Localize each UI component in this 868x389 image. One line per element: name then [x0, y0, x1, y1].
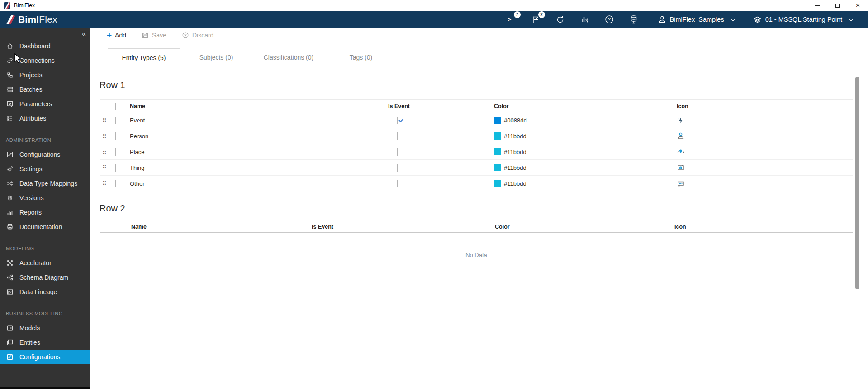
nodes-icon [6, 259, 14, 267]
help-icon[interactable]: ? [604, 14, 615, 25]
column-header-is-event: Is Event [388, 103, 485, 109]
sidebar-item-schema-diagram[interactable]: Schema Diagram [0, 270, 90, 285]
color-swatch[interactable] [494, 148, 501, 155]
sidebar-item-projects[interactable]: Projects [0, 68, 90, 82]
sidebar-item-models[interactable]: Models [0, 321, 90, 335]
column-header-icon: Icon [674, 224, 853, 230]
sidebar-item-label: Batches [19, 86, 43, 93]
main-content: + Add Save Discard Entity Types (5) Subj… [90, 28, 868, 389]
entity-types-table-row2: Name Is Event Color Icon No Data [100, 221, 853, 258]
sidebar-item-parameters[interactable]: Parameters [0, 97, 90, 111]
brand-bold: Biml [18, 14, 39, 24]
drag-handle[interactable]: ⠿ [100, 117, 115, 124]
refresh-icon[interactable] [555, 14, 566, 25]
gears-icon [6, 165, 14, 173]
save-button[interactable]: Save [142, 32, 166, 39]
sidebar: « Dashboard Connections Projects Batches… [0, 28, 90, 389]
sidebar-item-settings[interactable]: Settings [0, 162, 90, 176]
sidebar-item-reports[interactable]: Reports [0, 205, 90, 220]
person-icon [658, 15, 666, 23]
color-swatch[interactable] [494, 180, 501, 187]
sidebar-item-batches[interactable]: Batches [0, 82, 90, 97]
svg-text:?: ? [608, 17, 611, 22]
row-checkbox[interactable] [115, 148, 116, 156]
flag-icon[interactable]: 2 [531, 14, 541, 25]
color-hex: #0088dd [504, 117, 527, 124]
sidebar-item-documentation[interactable]: Documentation [0, 220, 90, 234]
color-swatch[interactable] [494, 117, 501, 124]
sidebar-item-entities[interactable]: Entities [0, 335, 90, 350]
sidebar-item-label: Models [19, 324, 40, 332]
row-checkbox[interactable] [115, 117, 116, 124]
sidebar-item-data-lineage[interactable]: Data Lineage [0, 285, 90, 299]
close-button[interactable]: ✕ [848, 0, 868, 11]
row-checkbox[interactable] [115, 132, 116, 140]
sidebar-item-label: Data Lineage [19, 288, 57, 295]
cell-name: Place [130, 149, 388, 155]
drag-handle[interactable]: ⠿ [100, 133, 115, 140]
insights-icon[interactable] [579, 14, 590, 25]
sidebar-item-data-type-mappings[interactable]: Data Type Mappings [0, 176, 90, 191]
section-title-row1: Row 1 [100, 80, 868, 90]
color-swatch[interactable] [494, 164, 501, 171]
sidebar-section-administration: ADMINISTRATION [0, 133, 90, 147]
vertical-scrollbar[interactable] [855, 77, 859, 289]
configuration-icon [6, 150, 14, 159]
toolbar: + Add Save Discard [90, 28, 868, 42]
is-event-checkbox[interactable] [397, 164, 398, 172]
add-button[interactable]: + Add [107, 31, 126, 39]
panel-icon [6, 324, 14, 332]
discard-icon [182, 32, 189, 39]
sidebar-item-label: Data Type Mappings [19, 180, 77, 187]
tab-entity-types[interactable]: Entity Types (5) [108, 48, 180, 67]
sidebar-item-label: Projects [19, 71, 43, 79]
column-header-color: Color [485, 103, 677, 109]
tab-classifications[interactable]: Classifications (0) [252, 48, 325, 66]
sidebar-item-attributes[interactable]: Attributes [0, 111, 90, 126]
section-title-row2: Row 2 [100, 203, 868, 214]
sidebar-item-configurations-business[interactable]: Configurations [0, 350, 90, 364]
environment-dropdown[interactable]: 01 - MSSQL Starting Point [753, 15, 852, 24]
sidebar-item-dashboard[interactable]: Dashboard [0, 39, 90, 53]
tab-strip: Entity Types (5) Subjects (0) Classifica… [90, 48, 868, 66]
sidebar-item-accelerator[interactable]: Accelerator [0, 256, 90, 270]
database-icon[interactable] [628, 14, 639, 25]
sidebar-item-connections[interactable]: Connections [0, 53, 90, 68]
sidebar-item-label: Schema Diagram [19, 274, 68, 281]
is-event-checkbox[interactable] [397, 148, 398, 156]
sidebar-item-configurations-admin[interactable]: Configurations [0, 147, 90, 162]
drag-handle[interactable]: ⠿ [100, 164, 115, 171]
save-label: Save [152, 32, 166, 39]
tab-subjects[interactable]: Subjects (0) [180, 48, 252, 66]
drag-handle[interactable]: ⠿ [100, 149, 115, 155]
brand-logo: BimlFlex [5, 14, 57, 25]
color-swatch[interactable] [494, 132, 501, 140]
account-dropdown[interactable]: BimlFlex_Samples [658, 15, 734, 23]
chat-icon [677, 180, 853, 188]
sidebar-item-label: Parameters [19, 100, 52, 108]
drag-handle[interactable]: ⠿ [100, 180, 115, 187]
layers-icon [753, 15, 762, 24]
table-row-place: ⠿ Place #11bbdd [100, 144, 853, 160]
sidebar-collapse-button[interactable]: « [82, 30, 86, 38]
sidebar-item-versions[interactable]: Versions [0, 191, 90, 205]
table-row-person: ⠿ Person #11bbdd [100, 128, 853, 144]
app-icon [4, 2, 10, 9]
row-checkbox[interactable] [115, 164, 116, 172]
color-hex: #11bbdd [504, 149, 526, 155]
is-event-checkbox[interactable] [397, 132, 398, 140]
select-all-checkbox[interactable] [115, 103, 116, 110]
tab-tags[interactable]: Tags (0) [325, 48, 397, 66]
row-checkbox[interactable] [115, 180, 116, 187]
restore-button[interactable] [827, 0, 848, 11]
is-event-checkbox[interactable] [397, 117, 398, 124]
minimize-button[interactable] [807, 0, 827, 11]
cell-name: Event [130, 117, 388, 124]
is-event-checkbox[interactable] [397, 180, 398, 187]
stack-icon [6, 85, 14, 94]
entity-icon [6, 338, 14, 347]
terminal-icon[interactable]: >_ 7 [506, 14, 517, 25]
cell-name: Person [130, 133, 388, 140]
discard-button[interactable]: Discard [182, 32, 213, 39]
table-row-other: ⠿ Other #11bbdd [100, 176, 853, 192]
